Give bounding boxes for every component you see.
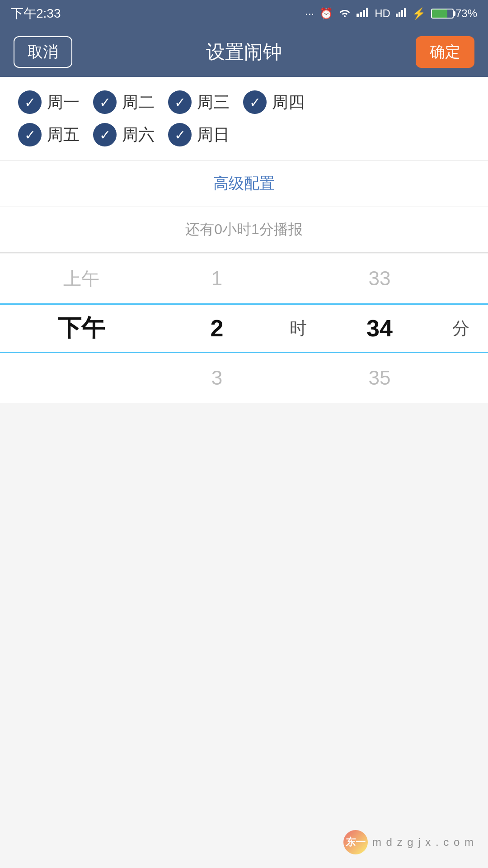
status-icons: ··· ⏰ HD ⚡ [305, 7, 477, 20]
sunday-check-icon: ✓ [168, 123, 192, 146]
hour-unit-column: 时 [271, 254, 325, 403]
battery-percent: 73% [455, 7, 477, 20]
saturday-check-icon: ✓ [93, 123, 117, 146]
status-time: 下午2:33 [11, 5, 61, 22]
svg-rect-3 [366, 8, 368, 17]
svg-rect-0 [357, 14, 359, 17]
saturday-label: 周六 [122, 124, 155, 146]
hour-column[interactable]: 1 2 3 [163, 254, 271, 403]
wednesday-label: 周三 [197, 91, 230, 113]
hour-prev[interactable]: 1 [163, 254, 271, 303]
minute-next[interactable]: 35 [325, 353, 434, 403]
svg-rect-7 [404, 8, 406, 17]
svg-rect-2 [363, 10, 365, 17]
days-section: ✓ 周一 ✓ 周二 ✓ 周三 ✓ 周四 ✓ 周五 ✓ 周六 ✓ 周日 [0, 77, 488, 160]
monday-label: 周一 [47, 91, 80, 113]
advanced-config-label: 高级配置 [213, 175, 275, 192]
thursday-check-icon: ✓ [243, 90, 267, 114]
day-tuesday[interactable]: ✓ 周二 [93, 90, 155, 114]
ampm-column[interactable]: 上午 下午 [0, 254, 163, 403]
minute-unit-column: 分 [434, 254, 488, 403]
wednesday-check-icon: ✓ [168, 90, 192, 114]
hour-next[interactable]: 3 [163, 353, 271, 403]
battery-container: 73% [431, 7, 477, 20]
cancel-button[interactable]: 取消 [14, 36, 72, 68]
confirm-button[interactable]: 确定 [416, 36, 474, 68]
watermark: 东一 m d z g j x . c o m [343, 830, 474, 854]
tuesday-check-icon: ✓ [93, 90, 117, 114]
advanced-config-section[interactable]: 高级配置 [0, 160, 488, 207]
watermark-text: m d z g j x . c o m [372, 836, 474, 849]
day-thursday[interactable]: ✓ 周四 [243, 90, 305, 114]
hd-label: HD [375, 7, 390, 20]
watermark-logo: 东一 [343, 830, 368, 854]
dots-icon: ··· [305, 7, 314, 20]
wifi-icon [338, 7, 351, 20]
ampm-selected[interactable]: 下午 [0, 303, 163, 353]
monday-check-icon: ✓ [18, 90, 42, 114]
days-row-2: ✓ 周五 ✓ 周六 ✓ 周日 [18, 123, 470, 146]
day-saturday[interactable]: ✓ 周六 [93, 123, 155, 146]
days-row-1: ✓ 周一 ✓ 周二 ✓ 周三 ✓ 周四 [18, 90, 470, 114]
day-monday[interactable]: ✓ 周一 [18, 90, 80, 114]
battery-fill [432, 9, 447, 18]
minute-column[interactable]: 33 34 35 [325, 254, 434, 403]
svg-rect-5 [399, 12, 400, 17]
day-friday[interactable]: ✓ 周五 [18, 123, 80, 146]
minute-unit-label: 分 [452, 303, 469, 353]
alarm-icon: ⏰ [319, 7, 333, 20]
picker-columns: 上午 下午 1 2 3 时 33 34 35 分 [0, 254, 488, 403]
hour-unit-label: 时 [290, 303, 307, 353]
signal2-icon [396, 7, 407, 20]
minute-prev[interactable]: 33 [325, 254, 434, 303]
time-picker[interactable]: 上午 下午 1 2 3 时 33 34 35 分 [0, 254, 488, 403]
minute-unit-spacer-bottom [434, 353, 488, 403]
minute-selected[interactable]: 34 [325, 303, 434, 353]
sunday-label: 周日 [197, 124, 230, 146]
day-wednesday[interactable]: ✓ 周三 [168, 90, 230, 114]
header: 取消 设置闹钟 确定 [0, 27, 488, 77]
bolt-icon: ⚡ [412, 7, 426, 20]
battery-bar [431, 9, 454, 19]
svg-rect-1 [360, 12, 362, 17]
friday-label: 周五 [47, 124, 80, 146]
countdown-text: 还有0小时1分播报 [185, 221, 303, 237]
hour-unit-spacer-top [271, 254, 325, 303]
status-bar: 下午2:33 ··· ⏰ HD ⚡ [0, 0, 488, 27]
hour-unit-spacer-bottom [271, 353, 325, 403]
svg-rect-6 [401, 10, 403, 17]
hour-selected[interactable]: 2 [163, 303, 271, 353]
tuesday-label: 周二 [122, 91, 155, 113]
page-title: 设置闹钟 [206, 39, 282, 65]
countdown-section: 还有0小时1分播报 [0, 207, 488, 253]
ampm-prev[interactable]: 上午 [0, 254, 163, 303]
day-sunday[interactable]: ✓ 周日 [168, 123, 230, 146]
minute-unit-spacer-top [434, 254, 488, 303]
svg-rect-4 [396, 14, 398, 17]
friday-check-icon: ✓ [18, 123, 42, 146]
signal-icon [357, 7, 369, 20]
ampm-next[interactable] [0, 353, 163, 403]
thursday-label: 周四 [272, 91, 305, 113]
